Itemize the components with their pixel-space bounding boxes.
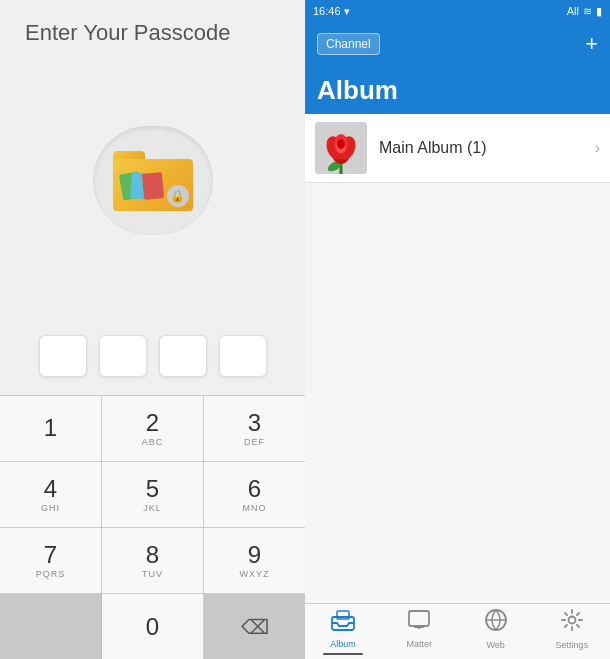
channel-button[interactable]: Channel [317, 33, 380, 55]
nav-bar: Channel + [305, 22, 610, 66]
delete-icon: ⌫ [241, 615, 269, 639]
padlock-icon: 🔒 [167, 185, 189, 207]
passcode-dot-1 [39, 335, 87, 377]
key-7[interactable]: 7 PQRS [0, 528, 102, 593]
status-bar-right: All ≋ ▮ [567, 5, 602, 18]
svg-rect-11 [409, 611, 429, 626]
passcode-title: Enter Your Passcode [25, 20, 230, 46]
folder-body: 🔒 [113, 159, 193, 211]
key-9[interactable]: 9 WXYZ [204, 528, 305, 593]
matter-tab-icon [407, 609, 431, 637]
tab-settings[interactable]: Settings [534, 608, 610, 652]
key-4[interactable]: 4 GHI [0, 462, 102, 527]
key-0[interactable]: 0 [102, 594, 204, 659]
album-header: Album [305, 66, 610, 114]
settings-tab-icon [560, 608, 584, 638]
add-button[interactable]: + [585, 31, 598, 57]
numpad-row-3: 7 PQRS 8 TUV 9 WXYZ [0, 527, 305, 593]
passcode-dot-4 [219, 335, 267, 377]
signal-icon: ▾ [344, 5, 350, 18]
tab-web[interactable]: Web [458, 608, 534, 652]
album-title: Album [317, 75, 398, 106]
numpad: 1 2 ABC 3 DEF 4 GHI 5 JKL 6 [0, 395, 305, 659]
album-item-name: Main Album (1) [379, 139, 595, 157]
tab-bar: Album Matter [305, 603, 610, 659]
web-tab-icon [484, 608, 508, 638]
passcode-dot-3 [159, 335, 207, 377]
tab-matter[interactable]: Matter [381, 609, 457, 651]
album-tab-label: Album [330, 639, 356, 649]
rose-svg [315, 122, 367, 174]
numpad-row-1: 1 2 ABC 3 DEF [0, 395, 305, 461]
status-bar: 16:46 ▾ All ≋ ▮ [305, 0, 610, 22]
numpad-row-2: 4 GHI 5 JKL 6 MNO [0, 461, 305, 527]
paper-red [141, 172, 163, 200]
album-tab-icon [331, 609, 355, 637]
album-list: Main Album (1) › [305, 114, 610, 603]
rose-image [315, 122, 367, 174]
matter-tab-label: Matter [407, 639, 433, 649]
passcode-dots [39, 335, 267, 377]
lock-icon-container: 🔒 [93, 126, 213, 235]
passcode-panel: Enter Your Passcode 🔒 1 [0, 0, 305, 659]
key-5[interactable]: 5 JKL [102, 462, 204, 527]
folder-lock-icon: 🔒 [113, 151, 193, 211]
tab-active-indicator [323, 653, 363, 655]
key-6[interactable]: 6 MNO [204, 462, 305, 527]
status-bar-left: 16:46 ▾ [313, 5, 350, 18]
key-8[interactable]: 8 TUV [102, 528, 204, 593]
album-panel: 16:46 ▾ All ≋ ▮ Channel + Album [305, 0, 610, 659]
wifi-icon: ≋ [583, 5, 592, 18]
key-delete[interactable]: ⌫ [204, 594, 305, 659]
svg-point-16 [568, 616, 575, 623]
web-tab-label: Web [486, 640, 504, 650]
status-time: 16:46 [313, 5, 341, 17]
svg-point-8 [337, 139, 345, 149]
network-indicator: All [567, 5, 579, 17]
passcode-dot-2 [99, 335, 147, 377]
tab-album[interactable]: Album [305, 609, 381, 651]
album-thumbnail [315, 122, 367, 174]
list-item[interactable]: Main Album (1) › [305, 114, 610, 183]
battery-icon: ▮ [596, 5, 602, 18]
key-1[interactable]: 1 [0, 396, 102, 461]
numpad-row-4: 0 ⌫ [0, 593, 305, 659]
key-2[interactable]: 2 ABC [102, 396, 204, 461]
settings-tab-label: Settings [556, 640, 589, 650]
key-empty [0, 594, 102, 659]
chevron-right-icon: › [595, 139, 600, 157]
key-3[interactable]: 3 DEF [204, 396, 305, 461]
